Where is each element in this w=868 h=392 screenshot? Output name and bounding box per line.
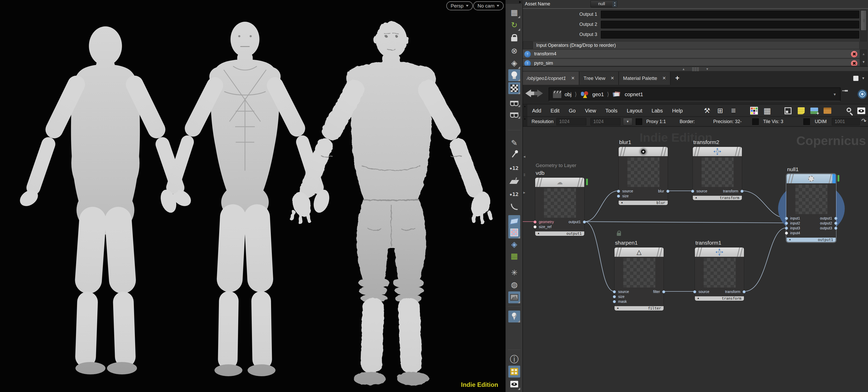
snap-options-button[interactable]: ↻ bbox=[508, 19, 520, 31]
pane-splitter[interactable]: ▲ ⣿⣿⣿ ▼ bbox=[523, 66, 868, 71]
input-port[interactable] bbox=[785, 222, 788, 225]
splitter-down-icon[interactable]: ▼ bbox=[706, 67, 709, 71]
menu-tools[interactable]: Tools bbox=[606, 108, 618, 114]
menu-go[interactable]: Go bbox=[569, 108, 576, 114]
asset-name-dropdown[interactable]: null ▲▼ bbox=[590, 0, 617, 7]
visibility-eye-icon[interactable] bbox=[857, 106, 866, 116]
delete-icon[interactable]: ✖ bbox=[851, 51, 858, 57]
group-overlay-button[interactable]: ◍ bbox=[508, 278, 520, 291]
view-grid-button[interactable]: ▦ bbox=[508, 6, 520, 18]
breadcrumb-obj[interactable]: obj bbox=[565, 92, 571, 97]
node-header[interactable] bbox=[693, 147, 742, 156]
smooth-wire-shaded-button[interactable] bbox=[508, 107, 520, 119]
uv-overlay-button[interactable]: ▦ bbox=[508, 250, 520, 262]
toolbar-expand-arrow-icon[interactable] bbox=[506, 0, 523, 4]
display-flag[interactable] bbox=[838, 175, 839, 182]
node-sharpen1[interactable]: sharpen1 △ source filter siz bbox=[614, 247, 664, 311]
search-icon[interactable] bbox=[843, 106, 853, 116]
promote-up-icon[interactable]: ↑ bbox=[524, 60, 531, 66]
node-transform2[interactable]: transform2 source transform bbox=[692, 147, 742, 201]
spinner-arrows-icon[interactable]: ▲▼ bbox=[613, 1, 617, 7]
point-markers-button[interactable] bbox=[508, 149, 520, 160]
add-image-icon[interactable] bbox=[810, 106, 819, 116]
tools-wrench-icon[interactable]: ⚒ bbox=[702, 106, 712, 116]
input-port[interactable] bbox=[613, 300, 616, 303]
output-port[interactable] bbox=[834, 227, 837, 230]
path-dropdown-icon[interactable]: ▼ bbox=[833, 92, 836, 96]
resolution-width-field[interactable]: 1024 bbox=[556, 118, 586, 125]
tab-obj-geo1-copnet1[interactable]: /obj/geo1/copnet1 ✕ bbox=[523, 72, 579, 85]
display-hulls-button[interactable] bbox=[508, 201, 520, 213]
collapse-gutter[interactable]: ▲ bbox=[523, 104, 527, 116]
expand-triangle-icon[interactable]: ▲ bbox=[695, 196, 698, 199]
pane-menu-chevron-icon[interactable]: ▼ bbox=[862, 76, 865, 80]
udim-checkbox[interactable] bbox=[803, 118, 810, 125]
output-port[interactable] bbox=[743, 291, 745, 293]
operator-row-transform4[interactable]: ↑ transform4 ✖ bbox=[523, 50, 860, 58]
normal-lighting-button[interactable] bbox=[508, 69, 520, 81]
tab-close-icon[interactable]: ✕ bbox=[571, 76, 575, 81]
node-footer[interactable]: ▲ filter bbox=[615, 306, 663, 310]
operator-row-pyro-sim[interactable]: ↑ pyro_sim ✖ bbox=[523, 59, 860, 66]
node-null1[interactable]: null1 input1 output1 input2 bbox=[786, 174, 836, 242]
input-port[interactable] bbox=[785, 227, 788, 230]
prim-numbers-button[interactable]: 12 bbox=[508, 188, 520, 200]
output-3-field[interactable] bbox=[601, 31, 859, 38]
scroll-up-icon[interactable]: ▲ bbox=[862, 52, 865, 56]
menu-edit[interactable]: Edit bbox=[551, 108, 559, 114]
input-port[interactable] bbox=[613, 291, 616, 293]
node-footer[interactable]: ▲ output1 bbox=[786, 238, 836, 242]
list-scroll-arrows[interactable]: ▲ ▼ bbox=[860, 50, 867, 66]
output-port[interactable] bbox=[834, 217, 837, 220]
breadcrumb[interactable]: obj ⟩ geo1 ⟩ copnet1 ▼ bbox=[549, 87, 841, 101]
menu-labs[interactable]: Labs bbox=[652, 108, 663, 114]
output-port[interactable] bbox=[583, 220, 586, 223]
display-info-button[interactable]: ⓘ bbox=[508, 354, 520, 365]
menu-layout[interactable]: Layout bbox=[627, 108, 642, 114]
proxy-checkbox[interactable] bbox=[636, 118, 642, 125]
params-scrollbar[interactable]: ⣿ bbox=[860, 10, 867, 41]
wire-over-shaded-button[interactable]: ◈ bbox=[508, 238, 520, 250]
splitter-grip-icon[interactable]: ⣿⣿⣿ bbox=[692, 67, 699, 71]
node-footer[interactable]: ▲ transform bbox=[693, 196, 742, 200]
background-image-button[interactable] bbox=[508, 292, 520, 303]
sticky-note-icon[interactable] bbox=[797, 106, 806, 116]
show-points-button[interactable]: ✎ bbox=[508, 137, 520, 149]
collapse-gutter[interactable]: ▲ bbox=[523, 117, 527, 126]
input-port[interactable] bbox=[617, 195, 620, 198]
resolution-dropdown[interactable]: ▼ bbox=[623, 118, 632, 125]
output-port[interactable] bbox=[834, 222, 837, 225]
display-axes-button[interactable]: ✳ bbox=[508, 267, 520, 278]
node-footer[interactable]: ▲ blur bbox=[619, 201, 668, 205]
tab-tree-view[interactable]: Tree View ✕ bbox=[579, 72, 619, 85]
snapshot-pin-button[interactable] bbox=[508, 310, 520, 323]
tab-material-palette[interactable]: Material Palette ✕ bbox=[619, 72, 671, 85]
output-1-field[interactable] bbox=[601, 10, 859, 18]
prim-normals-button[interactable] bbox=[508, 176, 520, 188]
tree-view-icon[interactable]: ⊞ bbox=[716, 106, 725, 116]
view-camera-button[interactable]: No cam bbox=[473, 1, 504, 10]
color-palette-icon[interactable] bbox=[749, 106, 759, 116]
splitter-up-icon[interactable]: ▲ bbox=[682, 67, 685, 71]
node-footer[interactable]: ▲ transform bbox=[695, 296, 744, 301]
node-blur1[interactable]: blur1 source blur size bbox=[618, 147, 668, 205]
expand-triangle-icon[interactable]: ▲ bbox=[537, 232, 540, 235]
smooth-shaded-button[interactable] bbox=[508, 95, 520, 107]
no-lighting-button[interactable]: ⊗ bbox=[508, 45, 520, 57]
view-persp-button[interactable]: Persp bbox=[446, 1, 473, 10]
input-port[interactable] bbox=[785, 217, 788, 220]
input-port[interactable] bbox=[534, 225, 536, 228]
input-port[interactable] bbox=[534, 220, 536, 223]
expand-triangle-icon[interactable]: ▲ bbox=[789, 238, 791, 241]
back-button[interactable] bbox=[525, 89, 531, 97]
panel-layout-icon[interactable] bbox=[783, 106, 793, 116]
display-textures-button[interactable] bbox=[508, 227, 520, 238]
input-port[interactable] bbox=[693, 291, 696, 293]
udim-field[interactable]: 1001 bbox=[832, 118, 860, 125]
expand-triangle-icon[interactable]: ▲ bbox=[697, 297, 700, 299]
tab-close-icon[interactable]: ✕ bbox=[611, 76, 614, 81]
node-header[interactable] bbox=[786, 174, 836, 183]
display-flag[interactable] bbox=[586, 179, 588, 185]
output-port[interactable] bbox=[741, 190, 743, 193]
node-footer[interactable]: ▲ output1 bbox=[535, 232, 584, 236]
